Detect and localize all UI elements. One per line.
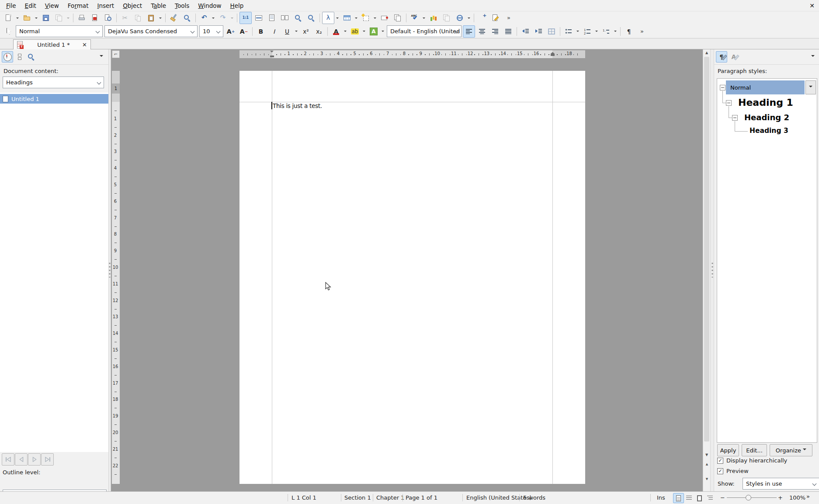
zoom-level-status[interactable]: 100% bbox=[789, 494, 805, 501]
insert-formula-button[interactable]: λ bbox=[322, 12, 334, 24]
organize-button[interactable]: Organize bbox=[770, 444, 812, 456]
align-center-button[interactable] bbox=[476, 25, 488, 38]
sidebar-search-toggle[interactable] bbox=[25, 51, 37, 63]
borders-button[interactable] bbox=[545, 25, 558, 38]
menu-object[interactable]: Object bbox=[118, 0, 146, 11]
font-size-combo[interactable]: 10 bbox=[199, 25, 223, 37]
draft-view-button[interactable] bbox=[684, 493, 694, 503]
italic-button[interactable]: I bbox=[268, 25, 280, 38]
page-status[interactable]: Page 1 of 1 bbox=[406, 494, 437, 501]
panel-splitter[interactable] bbox=[710, 49, 714, 491]
subscript-button[interactable]: x₂ bbox=[313, 25, 325, 38]
word-count-status[interactable]: 5 words bbox=[523, 494, 545, 501]
browse-select-button[interactable] bbox=[704, 468, 710, 474]
go-last-button[interactable] bbox=[41, 453, 54, 466]
section-status[interactable]: Section 1 bbox=[344, 494, 371, 501]
web-view-dropdown[interactable] bbox=[466, 12, 472, 24]
decrease-indent-button[interactable] bbox=[519, 25, 531, 38]
print-button[interactable] bbox=[76, 12, 88, 24]
tab-close-icon[interactable]: ✕ bbox=[82, 42, 87, 48]
expander-normal[interactable] bbox=[720, 85, 725, 90]
menu-insert[interactable]: Insert bbox=[93, 0, 118, 11]
edit-mode-button[interactable] bbox=[489, 12, 502, 24]
insert-table-button[interactable] bbox=[341, 12, 353, 24]
spellcheck-dropdown[interactable] bbox=[421, 12, 427, 24]
grow-font-button[interactable]: A+ bbox=[225, 25, 237, 38]
page[interactable]: This is just a test. bbox=[239, 71, 585, 484]
list-item-untitled-1[interactable]: Untitled 1 bbox=[0, 94, 108, 104]
scroll-up-arrow[interactable]: ▲ bbox=[703, 49, 710, 56]
show-combo[interactable]: Styles in use bbox=[743, 478, 819, 490]
numbered-list-dropdown[interactable] bbox=[594, 26, 599, 37]
insert-text-frame-dropdown[interactable] bbox=[372, 12, 378, 24]
object-pointer-button[interactable] bbox=[2, 25, 14, 38]
underline-dropdown[interactable] bbox=[294, 26, 299, 37]
zoom-out-button[interactable] bbox=[305, 12, 317, 24]
vertical-scroll-thumb[interactable] bbox=[704, 57, 709, 441]
font-color-button[interactable]: A bbox=[330, 25, 342, 38]
outline-view-button[interactable] bbox=[704, 493, 715, 503]
page-layout-view-button[interactable] bbox=[673, 493, 684, 503]
insert-formula-dropdown[interactable] bbox=[335, 12, 340, 24]
export-pdf-button[interactable] bbox=[89, 12, 101, 24]
display-hierarchically-checkbox[interactable]: ✓ bbox=[717, 458, 723, 464]
open-dropdown[interactable] bbox=[34, 12, 39, 24]
highlight-button[interactable]: ab bbox=[349, 25, 361, 38]
zoom-in-button[interactable]: + bbox=[778, 494, 783, 501]
bullet-list-dropdown[interactable] bbox=[575, 26, 580, 37]
document-canvas[interactable]: This is just a test. ◀ ▶ bbox=[121, 59, 703, 484]
style-normal-dropdown[interactable] bbox=[805, 80, 816, 94]
expander-heading-1[interactable] bbox=[726, 100, 732, 106]
highlight-dropdown[interactable] bbox=[361, 26, 367, 37]
zoom-page-width-button[interactable] bbox=[253, 12, 265, 24]
body-text[interactable]: This is just a test. bbox=[273, 102, 322, 109]
outline-numbering-button[interactable]: 1. bbox=[600, 25, 612, 38]
browse-previous-button[interactable]: ▲ bbox=[704, 461, 710, 467]
print-preview-button[interactable] bbox=[102, 12, 114, 24]
tab-stop-selector[interactable]: ⌐ bbox=[112, 50, 120, 58]
content-filter-combo[interactable]: Headings bbox=[3, 76, 104, 88]
menu-table[interactable]: Table bbox=[146, 0, 170, 11]
font-name-combo[interactable]: DejaVu Sans Condensed bbox=[104, 25, 198, 37]
undo-dropdown[interactable] bbox=[211, 12, 216, 24]
open-button[interactable] bbox=[21, 12, 33, 24]
document-tab[interactable]: Untitled 1 * ✕ bbox=[13, 39, 91, 49]
shrink-font-button[interactable]: A− bbox=[238, 25, 250, 38]
statusbar-overflow[interactable]: » bbox=[806, 493, 810, 500]
numbered-list-button[interactable]: 12 bbox=[581, 25, 593, 38]
paste-button[interactable] bbox=[145, 12, 157, 24]
clone-formatting-button[interactable] bbox=[168, 12, 180, 24]
undo-button[interactable]: ↶ bbox=[198, 12, 210, 24]
insert-chart-button[interactable] bbox=[427, 12, 440, 24]
menu-format[interactable]: Format bbox=[63, 0, 93, 11]
vertical-scrollbar[interactable]: ▲ ▼ ▲ ▼ bbox=[703, 49, 710, 491]
go-first-button[interactable] bbox=[2, 453, 14, 466]
superscript-button[interactable]: x² bbox=[300, 25, 312, 38]
increase-indent-button[interactable] bbox=[532, 25, 545, 38]
insert-comment-button[interactable] bbox=[378, 12, 391, 24]
outline-numbering-dropdown[interactable] bbox=[613, 26, 618, 37]
style-heading-2[interactable]: Heading 2 bbox=[744, 113, 789, 122]
menu-view[interactable]: View bbox=[41, 0, 63, 11]
go-previous-button[interactable] bbox=[15, 453, 28, 466]
zoom-original-button[interactable]: 1:1 bbox=[239, 12, 252, 24]
menu-tools[interactable]: Tools bbox=[170, 0, 194, 11]
font-color-dropdown[interactable] bbox=[343, 26, 348, 37]
vertical-ruler[interactable]: 112345678910111213141516171819202122 bbox=[111, 59, 121, 484]
language-combo[interactable]: Default - English (United bbox=[387, 25, 462, 37]
align-left-button[interactable] bbox=[463, 25, 475, 38]
apply-button[interactable]: Apply bbox=[717, 444, 739, 456]
spellcheck-button[interactable]: ABC bbox=[409, 12, 421, 24]
fill-color-button[interactable]: A bbox=[368, 25, 380, 38]
fill-color-dropdown[interactable] bbox=[380, 26, 385, 37]
zoom-slider-track[interactable] bbox=[727, 497, 777, 498]
formatting-marks-button[interactable]: ¶ bbox=[623, 25, 635, 38]
master-pages-button[interactable] bbox=[392, 12, 404, 24]
menu-edit[interactable]: Edit bbox=[21, 0, 41, 11]
insert-table-dropdown[interactable] bbox=[354, 12, 359, 24]
preview-checkbox[interactable]: ✓ bbox=[717, 468, 723, 474]
toolbar-overflow-button[interactable]: » bbox=[503, 12, 515, 24]
chapter-status[interactable]: Chapter 1 bbox=[376, 494, 404, 501]
align-justify-button[interactable] bbox=[502, 25, 514, 38]
page-view-button[interactable] bbox=[266, 12, 278, 24]
